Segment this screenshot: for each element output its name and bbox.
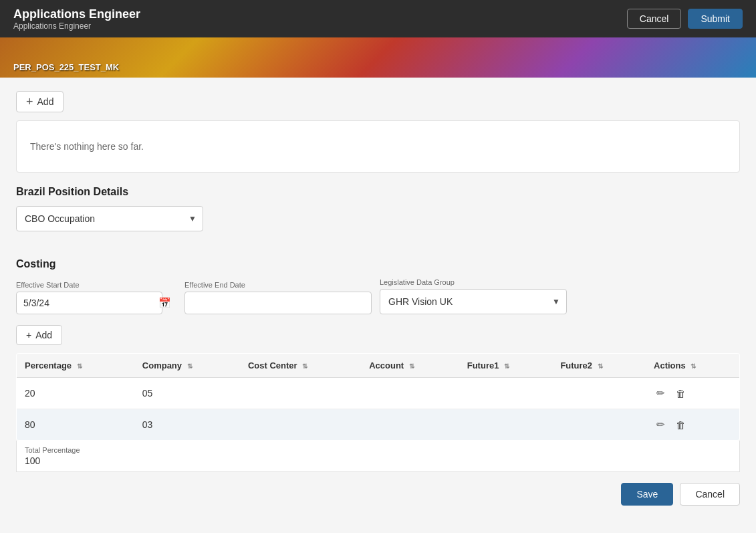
cell-cost-center-0 bbox=[240, 378, 361, 409]
banner-id: PER_POS_225_TEST_MK bbox=[13, 62, 119, 72]
action-icons-0: ✏ 🗑 bbox=[654, 386, 731, 401]
cell-future2-0 bbox=[552, 378, 646, 409]
legislative-data-group-group: Legislative Data Group GHR Vision UK ▼ bbox=[380, 278, 567, 314]
edit-button-0[interactable]: ✏ bbox=[654, 386, 668, 401]
cell-future1-0 bbox=[459, 378, 553, 409]
effective-end-date-input[interactable] bbox=[184, 292, 372, 314]
sort-icon-company: ⇅ bbox=[187, 362, 193, 370]
col-header-future2[interactable]: Future2 ⇅ bbox=[552, 354, 646, 378]
cell-account-1 bbox=[361, 409, 459, 441]
col-header-actions[interactable]: Actions ⇅ bbox=[646, 354, 739, 378]
delete-button-1[interactable]: 🗑 bbox=[673, 418, 688, 432]
delete-button-0[interactable]: 🗑 bbox=[673, 387, 688, 401]
col-header-percentage[interactable]: Percentage ⇅ bbox=[17, 354, 134, 378]
sort-icon-future2: ⇅ bbox=[598, 362, 603, 370]
cell-actions-1: ✏ 🗑 bbox=[646, 409, 739, 441]
costing-fields-row: Effective Start Date 📅 Effective End Dat… bbox=[16, 278, 740, 314]
action-icons-1: ✏ 🗑 bbox=[654, 417, 731, 432]
edit-button-1[interactable]: ✏ bbox=[654, 417, 668, 432]
calendar-icon-start[interactable]: 📅 bbox=[158, 297, 171, 309]
sort-icon-future1: ⇅ bbox=[504, 362, 509, 370]
cbo-occupation-wrapper: CBO Occupation ▼ bbox=[16, 206, 203, 231]
table-row: 80 03 ✏ 🗑 bbox=[17, 409, 740, 441]
table-header-row: Percentage ⇅ Company ⇅ Cost Center ⇅ Acc… bbox=[17, 354, 740, 378]
cell-company-0: 05 bbox=[134, 378, 240, 409]
effective-start-date-input[interactable] bbox=[16, 292, 162, 314]
cell-percentage-0: 20 bbox=[17, 378, 134, 409]
cancel-button-header[interactable]: Cancel bbox=[627, 9, 682, 29]
header-buttons: Cancel Submit bbox=[627, 9, 743, 29]
effective-end-date-label: Effective End Date bbox=[184, 281, 372, 289]
sort-icon-account: ⇅ bbox=[409, 362, 414, 370]
legislative-data-group-select[interactable]: GHR Vision UK bbox=[380, 289, 567, 314]
header-title-block: Applications Engineer Applications Engin… bbox=[13, 7, 140, 31]
save-button[interactable]: Save bbox=[621, 483, 673, 506]
total-percentage-value: 100 bbox=[25, 455, 731, 466]
header-main-title: Applications Engineer bbox=[13, 7, 140, 21]
cell-company-1: 03 bbox=[134, 409, 240, 441]
add-button-table-label: Add bbox=[35, 330, 52, 340]
main-content: + Add There's nothing here so far. Brazi… bbox=[0, 78, 756, 519]
col-header-company[interactable]: Company ⇅ bbox=[134, 354, 240, 378]
legislative-data-group-select-wrapper: GHR Vision UK ▼ bbox=[380, 289, 567, 314]
total-percentage-box: Total Percentage 100 bbox=[16, 441, 740, 472]
cell-future2-1 bbox=[552, 409, 646, 441]
sort-icon-actions: ⇅ bbox=[690, 362, 696, 370]
effective-end-date-group: Effective End Date bbox=[184, 281, 372, 314]
banner: PER_POS_225_TEST_MK bbox=[0, 37, 756, 78]
empty-state-message: There's nothing here so far. bbox=[30, 141, 144, 152]
plus-icon-top: + bbox=[26, 96, 33, 108]
cancel-button-bottom[interactable]: Cancel bbox=[680, 483, 740, 506]
table-row: 20 05 ✏ 🗑 bbox=[17, 378, 740, 409]
cell-future1-1 bbox=[459, 409, 553, 441]
submit-button-header[interactable]: Submit bbox=[688, 9, 743, 29]
bottom-buttons: Save Cancel bbox=[16, 483, 740, 506]
effective-start-date-label: Effective Start Date bbox=[16, 281, 176, 289]
brazil-section-title: Brazil Position Details bbox=[16, 186, 740, 198]
add-button-top-label: Add bbox=[37, 96, 54, 107]
cell-account-0 bbox=[361, 378, 459, 409]
col-header-account[interactable]: Account ⇅ bbox=[361, 354, 459, 378]
sort-icon-percentage: ⇅ bbox=[77, 362, 82, 370]
effective-start-date-input-wrapper: 📅 bbox=[16, 292, 176, 314]
total-percentage-label: Total Percentage bbox=[25, 446, 731, 454]
header-sub-title: Applications Engineer bbox=[13, 21, 140, 31]
cell-cost-center-1 bbox=[240, 409, 361, 441]
effective-end-date-input-wrapper bbox=[184, 292, 372, 314]
costing-table: Percentage ⇅ Company ⇅ Cost Center ⇅ Acc… bbox=[16, 353, 740, 441]
plus-icon-table: + bbox=[26, 330, 31, 340]
col-header-cost-center[interactable]: Cost Center ⇅ bbox=[240, 354, 361, 378]
col-header-future1[interactable]: Future1 ⇅ bbox=[459, 354, 553, 378]
top-header: Applications Engineer Applications Engin… bbox=[0, 0, 756, 37]
legislative-data-group-label: Legislative Data Group bbox=[380, 278, 567, 286]
cell-percentage-1: 80 bbox=[17, 409, 134, 441]
add-button-top[interactable]: + Add bbox=[16, 91, 64, 112]
effective-start-date-group: Effective Start Date 📅 bbox=[16, 281, 176, 314]
costing-section-title: Costing bbox=[16, 258, 740, 270]
cell-actions-0: ✏ 🗑 bbox=[646, 378, 739, 409]
sort-icon-cost-center: ⇅ bbox=[302, 362, 307, 370]
empty-state: There's nothing here so far. bbox=[16, 120, 740, 173]
cbo-occupation-select[interactable]: CBO Occupation bbox=[16, 206, 203, 231]
add-button-table[interactable]: + Add bbox=[16, 325, 62, 345]
